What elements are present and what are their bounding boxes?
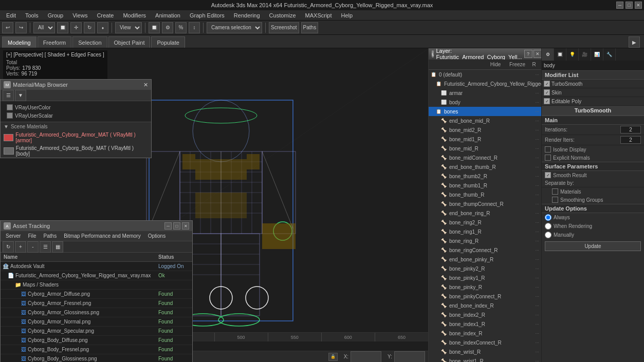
layer-item[interactable]: 🦴bone_mid2_R··· [429, 125, 541, 135]
selection-type-dropdown[interactable]: Camera selection [207, 22, 262, 33]
when-rendering-radio[interactable] [545, 223, 551, 230]
materials-checkbox[interactable] [552, 188, 558, 195]
asset-row[interactable]: 🖼Cyborg_Armor_Normal.pngFound [1, 317, 192, 327]
props-tab-5[interactable]: 📊 [591, 48, 603, 61]
redo-btn[interactable]: ↪ [15, 22, 27, 33]
move-btn[interactable]: ✛ [70, 22, 82, 33]
menu-item-views[interactable]: Views [68, 11, 91, 20]
render-iters-input[interactable] [620, 136, 641, 144]
mat-browser-item[interactable]: VRayUserScalar [3, 111, 149, 120]
tab-object-paint[interactable]: Object Paint [108, 36, 151, 48]
scale-btn[interactable]: ⬧ [97, 22, 108, 33]
menu-item-group[interactable]: Group [44, 11, 68, 20]
props-tab-1[interactable]: ⚙ [542, 48, 554, 61]
modifier-checkbox[interactable]: ✓ [544, 81, 550, 87]
tab-freeform[interactable]: Freeform [38, 36, 72, 48]
layer-item[interactable]: 🦴end_bone_mid_R··· [429, 116, 541, 125]
scene-mat-item[interactable]: Futuristic_Armored_Cyborg_Armor_MAT ( VR… [1, 131, 151, 144]
layer-item[interactable]: 🦴bone_thumb_R··· [429, 190, 541, 199]
layer-item[interactable]: 🦴bone_pinky1_R··· [429, 273, 541, 282]
close-btn[interactable]: ✕ [635, 2, 642, 9]
scene-mat-item[interactable]: Futuristic_Armored_Cyborg_Body_MAT ( VRa… [1, 144, 151, 158]
snap-btn[interactable]: 🔲 [149, 22, 160, 33]
select-btn[interactable]: 🔲 [57, 22, 68, 33]
modifier-checkbox[interactable]: ✓ [544, 89, 550, 96]
asset-minimize-btn[interactable]: ─ [164, 222, 172, 230]
mat-view-btn[interactable]: ☰ [3, 90, 14, 101]
tab-modeling[interactable]: Modeling [2, 36, 36, 48]
selection-filter-dropdown[interactable]: All [33, 22, 55, 33]
layer-item[interactable]: 🦴end_bone_thumb_R··· [429, 162, 541, 172]
layer-item[interactable]: 📋Futuristic_Armored_Cyborg_Yellow_Rigged… [429, 79, 541, 88]
layer-item[interactable]: 🦴bone_indexConnect_R··· [429, 338, 541, 347]
asset-row[interactable]: 🖼Cyborg_Body_Glossiness.pngFound [1, 354, 192, 362]
layer-item[interactable]: 🦴bone_midConnect_R··· [429, 153, 541, 162]
spinner-snap-btn[interactable]: ↕ [189, 22, 200, 33]
menu-item-graph-editors[interactable]: Graph Editors [186, 11, 229, 20]
layer-item[interactable]: 📋0 (default)··· [429, 70, 541, 79]
props-tab-4[interactable]: 🎥 [579, 48, 591, 61]
asset-menu-file[interactable]: File [25, 232, 39, 240]
asset-maximize-btn[interactable]: □ [173, 222, 180, 230]
layer-item[interactable]: 🦴end_bone_pinky_R··· [429, 255, 541, 264]
asset-menu-options[interactable]: Options [145, 232, 169, 240]
y-input[interactable] [394, 351, 425, 363]
tab-options-btn[interactable]: ▶ [629, 36, 640, 48]
layer-item[interactable]: 🦴end_bone_index_R··· [429, 301, 541, 310]
layer-item[interactable]: 🦴bone_wrist1_R··· [429, 356, 541, 362]
mat-browser-close[interactable]: ✕ [143, 82, 148, 88]
layer-item[interactable]: 🦴bone_ring_R··· [429, 236, 541, 245]
angle-snap-btn[interactable]: ⚙ [162, 22, 173, 33]
asset-row[interactable]: 🏦Autodesk VaultLogged On [1, 262, 192, 271]
always-radio[interactable] [545, 214, 551, 221]
layer-item[interactable]: 📋bones··· [429, 107, 541, 116]
props-tab-6[interactable]: 🔧 [603, 48, 616, 61]
layer-item[interactable]: 🦴bone_mid1_R··· [429, 135, 541, 144]
paths-btn[interactable]: Paths [301, 22, 319, 33]
asset-row[interactable]: 📁Maps / Shaders [1, 280, 192, 290]
explicit-normals-checkbox[interactable] [545, 155, 551, 161]
menu-item-edit[interactable]: Edit [2, 11, 20, 20]
layer-item[interactable]: 🦴bone_thumb2_R··· [429, 172, 541, 181]
layer-item[interactable]: 🦴bone_ring1_R··· [429, 227, 541, 236]
props-search-input[interactable] [544, 63, 642, 68]
menu-item-tools[interactable]: Tools [21, 11, 43, 20]
rotate-btn[interactable]: ↻ [84, 22, 95, 33]
asset-row[interactable]: 🖼Cyborg_Armor_Diffuse.pngFound [1, 290, 192, 299]
isoline-checkbox[interactable] [545, 146, 551, 153]
pct-snap-btn[interactable]: % [175, 22, 187, 33]
layer-item[interactable]: 🦴bone_index1_R··· [429, 319, 541, 329]
minimize-btn[interactable]: ─ [616, 2, 623, 9]
asset-menu-bitmap-performance-and-memory[interactable]: Bitmap Performance and Memory [61, 232, 144, 240]
asset-remove-btn[interactable]: - [27, 241, 39, 253]
layer-item[interactable]: ⬜armar··· [429, 88, 541, 98]
menu-item-customize[interactable]: Customize [265, 11, 300, 20]
props-tab-3[interactable]: 💡 [566, 48, 579, 61]
layer-item[interactable]: 🦴bone_thumb1_R··· [429, 181, 541, 190]
layers-close-btn[interactable]: ✕ [533, 50, 541, 58]
layer-item[interactable]: 🦴bone_ringConnect_R··· [429, 245, 541, 255]
lock-btn[interactable]: 🔒 [328, 353, 338, 361]
layer-item[interactable]: 🦴bone_thumpConnect_R··· [429, 199, 541, 208]
asset-row[interactable]: 🖼Cyborg_Armor_Glossiness.pngFound [1, 308, 192, 317]
update-button[interactable]: Update [545, 241, 641, 251]
layer-item[interactable]: 🦴bone_ring2_R··· [429, 218, 541, 227]
layer-item[interactable]: 🦴bone_pinky2_R··· [429, 264, 541, 273]
menu-item-animation[interactable]: Animation [151, 11, 185, 20]
asset-row[interactable]: 🖼Cyborg_Body_Diffuse.pngFound [1, 336, 192, 345]
modifier-item[interactable]: ✓TurboSmooth [542, 80, 644, 88]
asset-menu-server[interactable]: Server [3, 232, 24, 240]
menu-item-help[interactable]: Help [337, 11, 357, 20]
view-dropdown[interactable]: View [115, 22, 142, 33]
asset-menu-paths[interactable]: Paths [41, 232, 60, 240]
asset-row[interactable]: 🖼Cyborg_Armor_Fresnel.pngFound [1, 299, 192, 308]
asset-row[interactable]: 📄Futuristic_Armored_Cyborg_Yellow_Rigged… [1, 271, 192, 280]
layer-item[interactable]: 🦴bone_pinkyConnect_R··· [429, 292, 541, 301]
asset-add-btn[interactable]: + [15, 241, 26, 253]
asset-row[interactable]: 🖼Cyborg_Armor_Specular.pngFound [1, 327, 192, 336]
smooth-result-checkbox[interactable]: ✓ [545, 172, 551, 178]
layer-item[interactable]: 🦴end_bone_ring_R··· [429, 208, 541, 218]
maximize-btn[interactable]: □ [625, 2, 633, 9]
layer-item[interactable]: 🦴bone_index2_R··· [429, 310, 541, 319]
menu-item-create[interactable]: Create [93, 11, 118, 20]
